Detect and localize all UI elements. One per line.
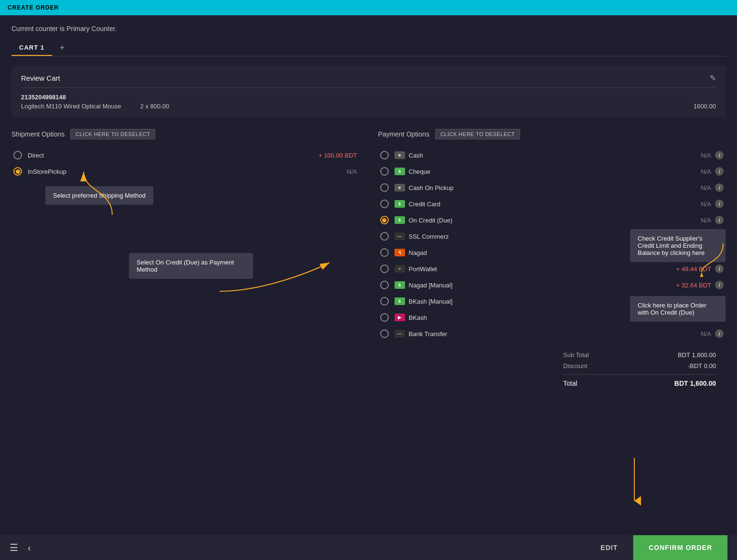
payment-option-oncredit[interactable]: $ On Credit (Due) N/A i [378, 212, 726, 228]
total-row: Total BDT 1,600.00 [563, 378, 716, 389]
payment-price-cheque: N/A [701, 168, 711, 175]
edit-button[interactable]: EDIT [585, 535, 633, 560]
order-item-row: Logitech M110 Wired Optical Mouse 2 x 80… [21, 103, 716, 110]
payment-label-cashonpickup: Cash On Pickup [409, 184, 697, 191]
payment-price-cashonpickup: N/A [701, 184, 711, 191]
shipment-label-direct: Direct [28, 152, 313, 159]
confirm-order-button[interactable]: CONFIRM ORDER [633, 535, 727, 560]
payment-icon-bkash: ▶ [395, 314, 405, 321]
shipment-radio-direct[interactable] [13, 151, 22, 159]
total-value: BDT 1,600.00 [674, 380, 716, 387]
payment-deselect-button[interactable]: CLICK HERE TO DESELECT [435, 129, 520, 139]
totals-section: Sub Total BDT 1,600.00 Discount -BDT 0.0… [11, 349, 726, 389]
payment-radio-sslcommerz[interactable] [380, 232, 389, 241]
discount-value: -BDT 0.00 [688, 362, 716, 370]
payment-radio-nagadmanual[interactable] [380, 281, 389, 289]
payment-icon-nagadmanual: $ [395, 281, 405, 289]
totals-divider [563, 374, 716, 375]
top-bar: CREATE ORDER [0, 0, 737, 15]
shipment-label-instore: InStorePickup [28, 168, 341, 175]
payment-radio-oncredit[interactable] [380, 216, 389, 224]
options-container: Shipment Options CLICK HERE TO DESELECT … [11, 129, 726, 342]
shipment-options-header: Shipment Options CLICK HERE TO DESELECT [11, 129, 359, 139]
payment-icon-cheque: $ [395, 168, 405, 175]
review-cart-container: Review Cart ✎ 2135204998148 Logitech M11… [11, 66, 726, 117]
payment-price-creditcard: N/A [701, 201, 711, 208]
back-icon[interactable]: ‹ [28, 542, 31, 553]
payment-label-banktransfer: Bank Transfer [409, 330, 697, 338]
discount-row: Discount -BDT 0.00 [563, 360, 716, 371]
payment-price-cash: N/A [701, 152, 711, 159]
payment-radio-bkashmanual[interactable] [380, 297, 389, 306]
payment-price-oncredit: N/A [701, 217, 711, 224]
payment-radio-banktransfer[interactable] [380, 329, 389, 338]
payment-radio-creditcard[interactable] [380, 200, 389, 208]
tooltip-payment: Select On Credit (Due) as Payment Method [129, 253, 253, 279]
payment-icon-cashonpickup: ■ [395, 184, 405, 191]
payment-info-nagadmanual[interactable]: i [715, 281, 724, 289]
payment-info-portwallet[interactable]: i [715, 264, 724, 273]
payment-option-cheque[interactable]: $ Cheque N/A i [378, 163, 726, 180]
shipment-price-instore: N/A [347, 168, 357, 175]
tooltip-shipping: Select preferred Shipping Method [45, 186, 153, 205]
payment-info-creditcard[interactable]: i [715, 200, 724, 208]
item-total: 1600.00 [694, 103, 716, 110]
payment-radio-cash[interactable] [380, 151, 389, 159]
item-qty-price: 2 x 800.00 [140, 103, 170, 110]
payment-label-cash: Cash [409, 152, 697, 159]
tabs-bar: CART 1 + [11, 40, 726, 56]
payment-icon-cash: ■ [395, 151, 405, 159]
shipment-option-instore[interactable]: InStorePickup N/A [11, 163, 359, 180]
payment-icon-oncredit: $ [395, 216, 405, 224]
payment-price-portwallet: + 49.44 BDT [676, 265, 711, 273]
shipment-options-title: Shipment Options [11, 130, 64, 138]
payment-icon-portwallet: ≡ [395, 265, 405, 273]
subtotal-row: Sub Total BDT 1,600.00 [563, 349, 716, 360]
payment-label-portwallet: PortWallet [409, 265, 673, 273]
subtotal-label: Sub Total [563, 351, 589, 359]
main-content: Current counter is Primary Counter. CART… [0, 15, 737, 535]
payment-option-portwallet[interactable]: ≡ PortWallet + 49.44 BDT i [378, 261, 726, 277]
bottom-right: EDIT CONFIRM ORDER [585, 535, 727, 560]
shipment-option-direct[interactable]: Direct + 100.00 BDT [11, 147, 359, 163]
shipment-radio-instore[interactable] [13, 167, 22, 176]
payment-info-oncredit[interactable]: i [715, 216, 724, 224]
payment-info-cash[interactable]: i [715, 151, 724, 159]
payment-icon-creditcard: $ [395, 200, 405, 208]
tab-add-button[interactable]: + [56, 41, 69, 55]
payment-option-cash[interactable]: ■ Cash N/A i [378, 147, 726, 163]
payment-label-cheque: Cheque [409, 168, 697, 175]
discount-label: Discount [563, 362, 587, 370]
payment-radio-cashonpickup[interactable] [380, 183, 389, 192]
review-cart-title: Review Cart [21, 74, 60, 82]
payment-icon-nagad: ৎ [395, 249, 405, 256]
payment-label-creditcard: Credit Card [409, 201, 697, 208]
tab-cart1[interactable]: CART 1 [11, 40, 52, 56]
payment-radio-portwallet[interactable] [380, 264, 389, 273]
payment-label-oncredit: On Credit (Due) [409, 217, 697, 224]
payment-options-title: Payment Options [378, 130, 429, 138]
tooltip-place: Click here to place Order with On Credit… [630, 296, 726, 322]
edit-cart-icon[interactable]: ✎ [710, 74, 716, 83]
payment-options-header: Payment Options CLICK HERE TO DESELECT [378, 129, 726, 139]
bottom-bar: ☰ ‹ EDIT CONFIRM ORDER [0, 535, 737, 560]
payment-radio-cheque[interactable] [380, 167, 389, 176]
subtotal-value: BDT 1,600.00 [678, 351, 716, 359]
shipment-deselect-button[interactable]: CLICK HERE TO DESELECT [70, 129, 155, 139]
payment-radio-nagad[interactable] [380, 248, 389, 257]
payment-info-banktransfer[interactable]: i [715, 329, 724, 338]
payment-option-banktransfer[interactable]: — Bank Transfer N/A i [378, 326, 726, 342]
shipment-price-direct: + 100.00 BDT [319, 152, 357, 159]
payment-option-cashonpickup[interactable]: ■ Cash On Pickup N/A i [378, 180, 726, 196]
hamburger-icon[interactable]: ☰ [10, 542, 18, 553]
review-cart-header: Review Cart ✎ [21, 74, 716, 88]
total-label: Total [563, 380, 577, 387]
payment-info-cheque[interactable]: i [715, 167, 724, 176]
top-bar-title: CREATE ORDER [8, 4, 59, 11]
payment-label-nagadmanual: Nagad [Manual] [409, 282, 673, 289]
payment-radio-bkash[interactable] [380, 313, 389, 322]
payment-option-creditcard[interactable]: $ Credit Card N/A i [378, 196, 726, 212]
payment-icon-bkashmanual: $ [395, 297, 405, 305]
payment-option-nagadmanual[interactable]: $ Nagad [Manual] + 32.64 BDT i [378, 277, 726, 293]
payment-info-cashonpickup[interactable]: i [715, 183, 724, 192]
